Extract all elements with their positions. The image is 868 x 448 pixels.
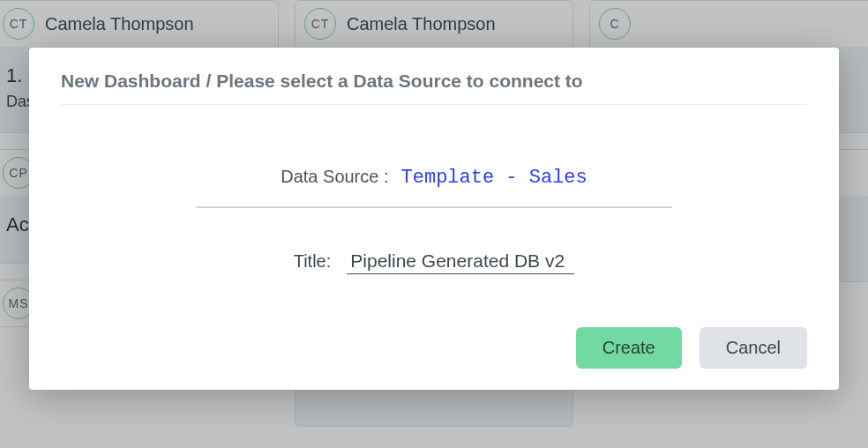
cancel-button[interactable]: Cancel xyxy=(700,327,807,369)
divider xyxy=(196,206,672,208)
data-source-label: Data Source : xyxy=(281,167,388,187)
new-dashboard-modal: New Dashboard / Please select a Data Sou… xyxy=(29,48,839,390)
modal-title: New Dashboard / Please select a Data Sou… xyxy=(61,71,807,105)
data-source-value[interactable]: Template - Sales xyxy=(401,167,587,189)
title-input[interactable] xyxy=(347,249,574,274)
title-label: Title: xyxy=(294,251,332,272)
create-button[interactable]: Create xyxy=(576,327,682,369)
modal-overlay: New Dashboard / Please select a Data Sou… xyxy=(0,0,868,448)
